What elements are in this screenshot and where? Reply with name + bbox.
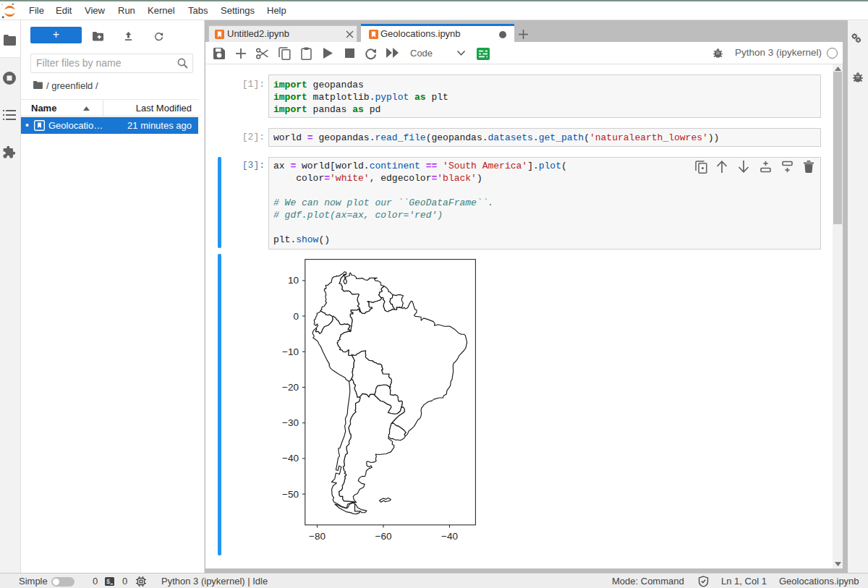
- svg-text:−30: −30: [282, 417, 299, 428]
- svg-text:−40: −40: [441, 531, 458, 542]
- svg-text:−60: −60: [375, 531, 392, 542]
- svg-text:−50: −50: [282, 489, 299, 500]
- svg-text:0: 0: [293, 311, 299, 322]
- svg-text:−10: −10: [282, 346, 299, 357]
- svg-text:10: 10: [288, 275, 299, 286]
- svg-text:$: $: [106, 579, 110, 586]
- svg-text:−40: −40: [282, 453, 299, 464]
- svg-text:−20: −20: [282, 382, 299, 393]
- svg-text:−80: −80: [309, 531, 326, 542]
